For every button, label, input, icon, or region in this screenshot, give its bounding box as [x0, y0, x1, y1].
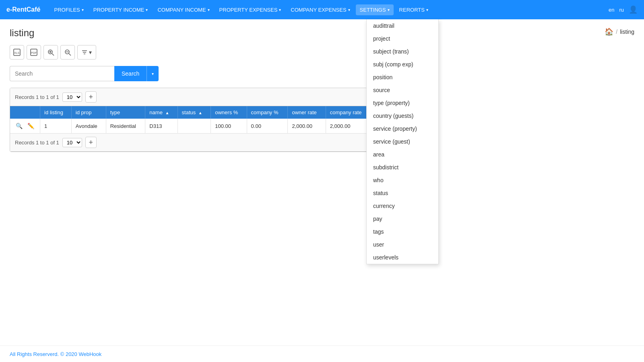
chevron-down-icon: ▾: [279, 8, 281, 12]
svg-line-9: [69, 53, 71, 56]
settings-dropdown-item[interactable]: service (property): [367, 122, 438, 135]
nav-property-income[interactable]: PROPERTY INCOME ▾: [89, 4, 152, 15]
nav-company-expenses[interactable]: COMPANY EXPENSES ▾: [287, 4, 354, 15]
search-button[interactable]: Search: [114, 66, 147, 81]
cell-name: D313: [145, 119, 178, 134]
nav-items: PROFILES ▾ PROPERTY INCOME ▾ COMPANY INC…: [50, 4, 609, 15]
breadcrumb-separator: /: [616, 29, 617, 35]
col-company-pct[interactable]: company %: [247, 106, 288, 119]
settings-dropdown-item[interactable]: subject (trans): [367, 45, 438, 58]
nav-property-expenses[interactable]: PROPERTY EXPENSES ▾: [215, 4, 285, 15]
settings-dropdown-item[interactable]: project: [367, 32, 438, 45]
chevron-down-icon: ▾: [348, 8, 350, 12]
chevron-down-icon: ▾: [146, 8, 148, 12]
filter-caret-icon: ▾: [89, 49, 92, 56]
nav-profiles[interactable]: PROFILES ▾: [50, 4, 87, 15]
col-actions: [10, 106, 40, 119]
cell-company-rate: 2,000.00: [326, 119, 372, 134]
table-body: 🔍 ✏️ 1 Avondale Residential D313 100.00 …: [10, 119, 372, 134]
records-count-top: Records 1 to 1 of 1: [15, 94, 59, 100]
cell-company-pct: 0.00: [247, 119, 288, 134]
svg-line-5: [52, 53, 54, 56]
row-actions: 🔍 ✏️: [10, 119, 40, 134]
chevron-down-icon: ▾: [208, 8, 210, 12]
col-owners-pct[interactable]: owners %: [211, 106, 247, 119]
home-icon[interactable]: 🏠: [605, 27, 613, 36]
nav-company-income[interactable]: COMPANY INCOME ▾: [153, 4, 213, 15]
col-type[interactable]: type: [106, 106, 145, 119]
nav-rerorts[interactable]: RERORTS ▾: [395, 4, 432, 15]
cell-id-prop: Avondale: [71, 119, 106, 134]
col-id-prop[interactable]: id prop: [71, 106, 106, 119]
search-bar: Search ▾: [10, 66, 634, 81]
cell-type: Residential: [106, 119, 145, 134]
per-page-select-bottom[interactable]: 10 25 50: [62, 138, 82, 147]
table-controls-top: Records 1 to 1 of 1 10 25 50 +: [10, 88, 372, 106]
svg-text:XLS: XLS: [14, 51, 20, 54]
breadcrumb: 🏠 / listing: [605, 27, 634, 36]
listing-table: id listing id prop type name ▲ status ▲ …: [10, 106, 372, 134]
search-button-group: Search ▾: [114, 66, 159, 81]
table-row: 🔍 ✏️ 1 Avondale Residential D313 100.00 …: [10, 119, 372, 134]
col-owner-rate[interactable]: owner rate: [288, 106, 326, 119]
data-table-wrapper: Records 1 to 1 of 1 10 25 50 + id listin…: [10, 88, 372, 152]
export-pdf-button[interactable]: PDF: [27, 45, 41, 60]
user-icon[interactable]: 👤: [629, 5, 638, 14]
settings-dropdown-item[interactable]: position: [367, 71, 438, 84]
row-edit-button[interactable]: ✏️: [26, 122, 36, 130]
page-header: listing 🏠 / listing: [10, 27, 634, 39]
page-title: listing: [10, 27, 34, 39]
table-controls-bottom: Records 1 to 1 of 1 10 25 50 +: [10, 134, 372, 152]
col-status[interactable]: status ▲: [178, 106, 211, 119]
search-dropdown-button[interactable]: ▾: [147, 66, 159, 81]
page-content: listing 🏠 / listing XLS PDF: [0, 19, 644, 160]
col-name[interactable]: name ▲: [145, 106, 178, 119]
per-page-select-top[interactable]: 10 25 50: [62, 93, 82, 102]
cell-status: [178, 119, 211, 134]
search-input[interactable]: [10, 66, 114, 81]
toolbar: XLS PDF: [10, 45, 634, 60]
col-id-listing[interactable]: id listing: [40, 106, 72, 119]
lang-ru[interactable]: ru: [619, 7, 624, 13]
zoom-in-button[interactable]: [43, 45, 58, 60]
svg-text:PDF: PDF: [31, 51, 37, 54]
brand-logo[interactable]: e-RentCafé: [6, 6, 40, 13]
table-header-row: id listing id prop type name ▲ status ▲ …: [10, 106, 372, 119]
add-record-button-top[interactable]: +: [85, 91, 97, 103]
settings-dropdown-item[interactable]: country (guests): [367, 109, 438, 122]
export-xls-button[interactable]: XLS: [10, 45, 24, 60]
filter-button[interactable]: ▾: [77, 45, 96, 60]
chevron-down-icon: ▾: [388, 8, 390, 12]
lang-en[interactable]: en: [609, 7, 614, 13]
settings-dropdown-item[interactable]: subj (comp exp): [367, 58, 438, 71]
cell-id-listing: 1: [40, 119, 72, 134]
settings-dropdown-item[interactable]: audittrail: [367, 19, 438, 32]
zoom-out-button[interactable]: [60, 45, 75, 60]
settings-dropdown-menu: audittrailprojectsubject (trans)subj (co…: [366, 19, 439, 160]
chevron-down-icon: ▾: [426, 8, 428, 12]
add-record-button-bottom[interactable]: +: [85, 137, 97, 148]
nav-settings[interactable]: SETTINGS ▾: [356, 4, 394, 15]
navbar: e-RentCafé PROFILES ▾ PROPERTY INCOME ▾ …: [0, 0, 644, 19]
cell-owner-rate: 2,000.00: [288, 119, 326, 134]
records-count-bottom: Records 1 to 1 of 1: [15, 140, 59, 146]
chevron-down-icon: ▾: [82, 8, 84, 12]
col-company-rate[interactable]: company rate: [326, 106, 372, 119]
settings-dropdown-item[interactable]: service (guest): [367, 135, 438, 148]
nav-right: en ru 👤: [609, 5, 638, 14]
settings-dropdown-item[interactable]: area: [367, 148, 438, 160]
settings-dropdown-item[interactable]: source: [367, 84, 438, 97]
settings-dropdown-item[interactable]: type (property): [367, 97, 438, 109]
breadcrumb-current: listing: [620, 29, 634, 35]
row-view-button[interactable]: 🔍: [14, 122, 24, 130]
cell-owners-pct: 100.00: [211, 119, 247, 134]
